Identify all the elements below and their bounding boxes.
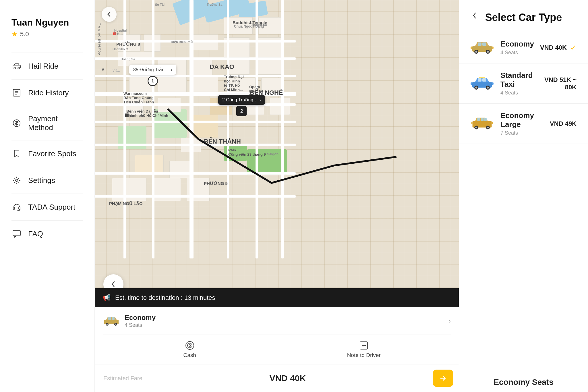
ride-type-info: Economy 4 Seats (125, 314, 156, 328)
star-icon: ★ (11, 30, 18, 38)
faq-label: FAQ (28, 229, 43, 238)
fare-label-text: Estimated Fare (100, 375, 142, 382)
large-option-price: VND 49K (550, 120, 577, 128)
rating-value: 5.0 (20, 30, 29, 38)
sidebar-item-favorite-spots[interactable]: Favorite Spots (11, 140, 83, 167)
pin-1[interactable]: 85 Đường Trần… › 1 (129, 65, 176, 86)
svg-point-44 (475, 86, 477, 88)
svg-rect-32 (478, 43, 481, 46)
taxi-option-info: Standard Taxi 4 Seats (500, 71, 533, 96)
sidebar-item-ride-history[interactable]: Ride History (11, 80, 83, 106)
note-icon (359, 341, 369, 350)
hail-ride-label: Hail Ride (28, 62, 59, 71)
taxi-option-name: Standard Taxi (500, 71, 533, 89)
settings-label: Settings (28, 176, 55, 185)
ride-history-label: Ride History (28, 88, 69, 97)
svg-point-8 (16, 179, 18, 181)
economy-option-info: Economy 4 Seats (500, 40, 540, 56)
map-back-button[interactable] (102, 7, 117, 22)
large-option-name: Economy Large (500, 111, 550, 129)
right-panel: Select Car Type Economy (459, 0, 588, 392)
svg-point-24 (186, 341, 194, 349)
headset-icon (11, 202, 22, 212)
svg-point-46 (487, 86, 489, 88)
taxi-car-option-icon (471, 76, 494, 91)
svg-rect-51 (477, 118, 480, 121)
svg-point-57 (487, 126, 489, 128)
pin-2-square: 2 (236, 106, 247, 116)
ride-type-name: Economy (125, 314, 156, 322)
sidebar-item-payment-method[interactable]: Payment Method (11, 106, 83, 140)
pin-1-circle: 1 (148, 76, 158, 86)
est-time-text: Est. time to destination : 13 minutes (115, 294, 215, 302)
svg-rect-58 (471, 121, 473, 124)
svg-rect-48 (492, 82, 494, 85)
sidebar-item-hail-ride[interactable]: Hail Ride (11, 53, 83, 80)
payment-note[interactable]: Note to Driver (277, 335, 451, 364)
mvl-chevron[interactable]: ∨ (101, 66, 105, 72)
ride-type-selector[interactable]: Economy 4 Seats › (103, 307, 451, 335)
car-option-economy[interactable]: Economy 4 Seats VND 40K ✓ (459, 32, 588, 63)
large-car-svg (471, 116, 494, 131)
payment-cash[interactable]: Cash (103, 335, 277, 364)
panel-title: Select Car Type (479, 11, 568, 24)
user-section: Tuan Nguyen ★ 5.0 (11, 17, 83, 38)
chat-icon (11, 229, 22, 239)
favorite-spots-label: Favorite Spots (28, 149, 76, 158)
svg-point-25 (187, 343, 192, 348)
right-back-button[interactable] (471, 11, 479, 22)
svg-rect-41 (478, 78, 481, 82)
economy-check-icon: ✓ (570, 43, 577, 52)
svg-rect-47 (471, 82, 472, 85)
svg-point-35 (475, 51, 477, 53)
car-option-standard-taxi[interactable]: Standard Taxi 4 Seats VND 51K ~ 80K (459, 63, 588, 104)
sidebar-item-settings[interactable]: Settings (11, 167, 83, 194)
ride-type-chevron: › (449, 317, 451, 325)
payment-method-label: Payment Method (28, 114, 83, 132)
fare-amount: VND 40K (269, 373, 306, 383)
cash-label: Cash (183, 352, 196, 358)
fare-bar: Estimated Fare VND 40K (95, 364, 459, 392)
sidebar-item-faq[interactable]: FAQ (11, 221, 83, 247)
svg-rect-11 (13, 230, 20, 236)
ride-card: Economy 4 Seats › Cash (95, 307, 459, 364)
economy-car-icon (103, 316, 120, 327)
gear-icon (11, 175, 22, 186)
large-option-seats: 7 Seats (500, 130, 550, 136)
fare-go-button[interactable] (433, 370, 453, 387)
ride-type-seats: 4 Seats (125, 322, 156, 328)
svg-rect-39 (492, 47, 494, 49)
svg-rect-52 (481, 118, 483, 121)
user-name: Tuan Nguyen (11, 17, 83, 28)
economy-option-price: VND 40K (540, 44, 567, 51)
dollar-icon (11, 118, 22, 128)
economy-option-seats: 4 Seats (500, 50, 540, 56)
economy-car-svg (471, 40, 494, 55)
megaphone-icon: 📢 (103, 294, 111, 302)
bottom-panel: 📢 Est. time to destination : 13 minutes (95, 288, 459, 392)
svg-rect-42 (482, 78, 486, 82)
pin-1-bubble: 85 Đường Trần… › (129, 65, 176, 75)
taxi-option-seats: 4 Seats (500, 90, 533, 96)
bookmark-icon (11, 148, 22, 159)
pin-2[interactable]: 2 Công Trường… › 2 (218, 95, 265, 116)
economy-option-name: Economy (500, 40, 540, 49)
payment-row: Cash Note to Driver (103, 335, 451, 364)
svg-point-37 (487, 51, 489, 53)
car-icon (11, 61, 22, 71)
svg-rect-53 (484, 118, 487, 121)
svg-point-21 (107, 323, 108, 325)
svg-rect-49 (479, 77, 485, 78)
sidebar: Tuan Nguyen ★ 5.0 Hail Ride (0, 0, 95, 392)
list-icon (11, 88, 22, 98)
economy-car-option-icon (471, 40, 494, 56)
cash-icon (185, 341, 195, 350)
mvl-label: Powered by MVL (97, 23, 101, 55)
sidebar-item-tada-support[interactable]: TADA Support (11, 194, 83, 221)
pin-2-bubble: 2 Công Trường… › (218, 95, 265, 105)
large-car-option-icon (471, 116, 494, 132)
large-option-info: Economy Large 7 Seats (500, 111, 550, 136)
car-option-economy-large[interactable]: Economy Large 7 Seats VND 49K (459, 104, 588, 144)
svg-rect-19 (112, 317, 115, 320)
economy-seats-bar: Economy Seats (459, 372, 588, 392)
